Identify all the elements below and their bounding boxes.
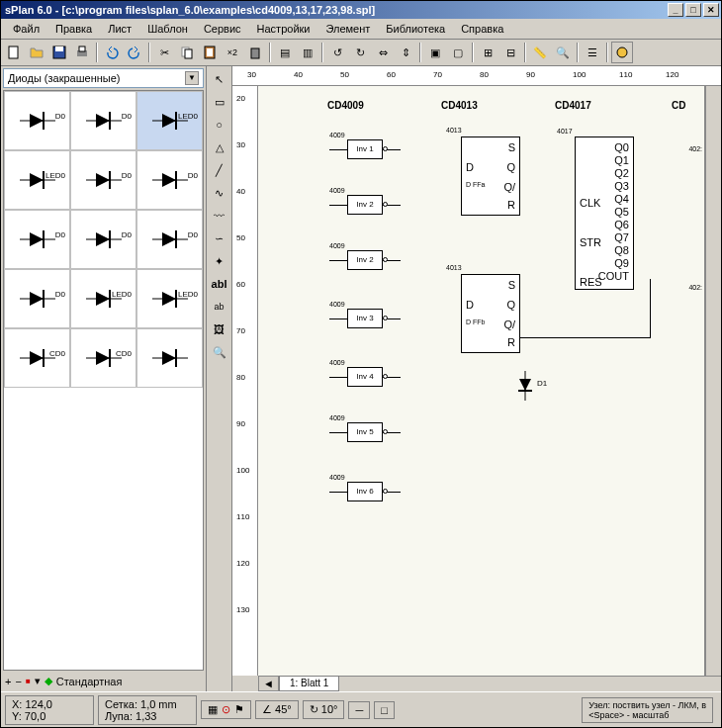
flip-flop-chip[interactable]: SDQD FFaQ/R [461, 136, 520, 216]
label-tool-icon[interactable]: ab [209, 296, 230, 318]
delete-icon[interactable] [244, 42, 266, 63]
maximize-button[interactable]: □ [685, 3, 701, 17]
book-icon[interactable]: ◆ [45, 675, 52, 687]
redo-icon[interactable] [124, 42, 145, 63]
bring-front-icon[interactable]: ▢ [447, 42, 469, 63]
library-item[interactable]: D0 [70, 210, 136, 269]
library-item[interactable]: CD0 [4, 328, 70, 388]
svg-marker-21 [30, 173, 44, 187]
inverter-chip[interactable]: Inv 2 [347, 250, 383, 270]
inverter-chip[interactable]: Inv 2 [347, 195, 383, 215]
menu-element[interactable]: Элемент [317, 21, 378, 37]
library-item[interactable]: LED0 [4, 150, 70, 210]
sheet-tab[interactable]: 1: Blatt 1 [279, 676, 339, 691]
circle-tool-icon[interactable]: ○ [209, 114, 230, 136]
add-icon[interactable]: + [5, 676, 11, 687]
list-icon[interactable]: ☰ [582, 42, 603, 63]
new-icon[interactable] [3, 42, 25, 63]
flip-h-icon[interactable]: ⇔ [372, 42, 394, 63]
menu-settings[interactable]: Настройки [249, 21, 318, 37]
remove-icon[interactable]: − [15, 676, 21, 687]
library-item[interactable]: D0 [70, 91, 136, 150]
inverter-chip[interactable]: Inv 4 [347, 367, 383, 387]
search-icon[interactable]: 🔍 [552, 42, 574, 63]
library-item[interactable]: LED0 [136, 91, 203, 150]
menu-file[interactable]: Файл [5, 21, 47, 37]
rotate-ccw-icon[interactable]: ↺ [326, 42, 348, 63]
inverter-chip[interactable]: Inv 1 [347, 139, 383, 159]
magnet-icon[interactable]: ⊙ [222, 703, 230, 716]
sheet-nav-prev[interactable]: ◄ [258, 676, 279, 691]
duplicate-icon[interactable]: ×2 [222, 42, 243, 63]
polyline-tool-icon[interactable]: ∿ [209, 182, 230, 204]
library-item[interactable]: D0 [70, 150, 136, 210]
menu-edit[interactable]: Правка [47, 21, 100, 37]
undo-icon[interactable] [101, 42, 123, 63]
image-tool-icon[interactable]: 🖼 [209, 318, 230, 340]
copy-icon[interactable] [176, 42, 198, 63]
fill-style[interactable]: □ [374, 701, 395, 719]
flip-flop-chip[interactable]: SDQD FFbQ/R [461, 274, 520, 353]
menu-template[interactable]: Шаблон [139, 21, 196, 37]
zoom-tool-icon[interactable]: 🔍 [209, 341, 230, 363]
text-tool-icon[interactable]: abI [209, 273, 230, 295]
library-grid: D0D0LED0LED0D0D0D0D0D0D0LED0LED0CD0CD0 [3, 90, 204, 671]
menu-service[interactable]: Сервис [196, 21, 249, 37]
library-item[interactable]: D0 [136, 150, 203, 210]
ungroup-icon[interactable]: ⊟ [499, 42, 521, 63]
statusbar: X: 124,0 Y: 70,0 Сетка: 1,0 mm Лупа: 1,3… [1, 691, 721, 727]
dropdown-icon[interactable]: ▾ [35, 675, 41, 687]
rect-tool-icon[interactable]: ▭ [209, 91, 230, 113]
drawing-canvas[interactable]: CD4009CD4013CD4017CD4009Inv 14009Inv 240… [258, 86, 705, 676]
library-item[interactable]: D0 [4, 210, 70, 269]
paste-icon[interactable] [199, 42, 221, 63]
minimize-button[interactable]: _ [668, 3, 683, 17]
poly-tool-icon[interactable]: △ [209, 136, 230, 158]
library-item[interactable]: D0 [4, 91, 70, 150]
curve-tool-icon[interactable]: 〰 [209, 205, 230, 227]
save-icon[interactable] [48, 42, 70, 63]
ruler-icon[interactable]: 📏 [529, 42, 551, 63]
menu-help[interactable]: Справка [453, 21, 511, 37]
align-right-icon[interactable]: ▥ [297, 42, 318, 63]
node-tool-icon[interactable]: ✦ [209, 250, 230, 272]
library-item[interactable]: D0 [136, 210, 203, 269]
library-item[interactable]: CD0 [70, 328, 136, 388]
tag-icon[interactable]: ■ [26, 677, 31, 685]
inverter-chip[interactable]: Inv 3 [347, 309, 383, 328]
library-item[interactable]: LED0 [70, 269, 136, 328]
preview-icon[interactable] [611, 42, 633, 63]
horizontal-scrollbar[interactable] [339, 676, 721, 691]
library-item[interactable] [136, 328, 203, 388]
angle-45[interactable]: ∠ 45° [255, 700, 299, 719]
vertical-scrollbar[interactable] [705, 86, 721, 676]
inverter-chip[interactable]: Inv 5 [347, 422, 383, 442]
cut-icon[interactable]: ✂ [153, 42, 175, 63]
menu-sheet[interactable]: Лист [100, 21, 139, 37]
flag-icon[interactable]: ⚑ [234, 703, 244, 716]
library-combo[interactable]: Диоды (закрашенные) ▼ [3, 68, 204, 88]
align-left-icon[interactable]: ▤ [274, 42, 296, 63]
grid-display: Сетка: 1,0 mm Лупа: 1,33 [98, 695, 197, 725]
send-back-icon[interactable]: ▣ [424, 42, 446, 63]
library-item[interactable]: D0 [4, 269, 70, 328]
chevron-down-icon[interactable]: ▼ [185, 71, 199, 85]
counter-chip[interactable]: Q0Q1Q2Q3Q4Q5Q6Q7Q8Q9COUTCLKSTRRES [575, 136, 634, 290]
print-icon[interactable] [71, 42, 93, 63]
angle-10[interactable]: ↻ 10° [303, 700, 345, 719]
close-button[interactable]: ✕ [703, 3, 719, 17]
spline-tool-icon[interactable]: ∽ [209, 228, 230, 249]
diode-d1[interactable]: D1 [515, 371, 535, 403]
library-item[interactable]: LED0 [136, 269, 203, 328]
line-tool-icon[interactable]: ╱ [209, 159, 230, 181]
grid-icon[interactable]: ▦ [208, 703, 218, 716]
line-style-1[interactable]: ─ [348, 701, 370, 719]
group-icon[interactable]: ⊞ [477, 42, 498, 63]
flip-v-icon[interactable]: ⇕ [395, 42, 416, 63]
inverter-chip[interactable]: Inv 6 [347, 482, 383, 501]
menu-library[interactable]: Библиотека [378, 21, 453, 37]
svg-marker-57 [519, 379, 531, 391]
select-tool-icon[interactable]: ↖ [209, 68, 230, 90]
rotate-cw-icon[interactable]: ↻ [349, 42, 371, 63]
open-icon[interactable] [26, 42, 47, 63]
